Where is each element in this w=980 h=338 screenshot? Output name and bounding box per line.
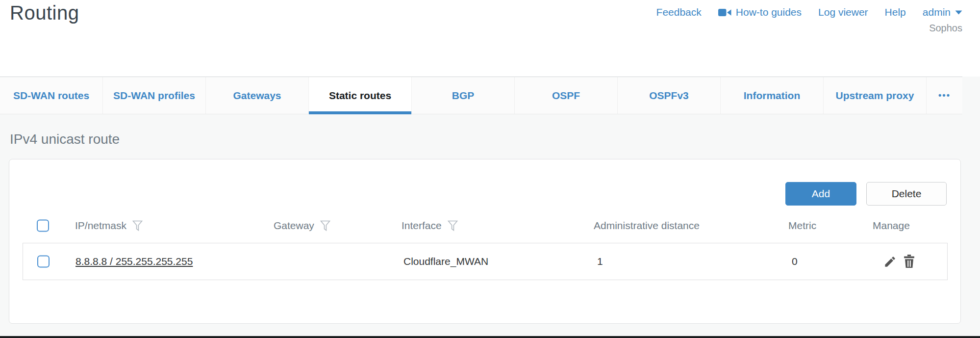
manage-actions <box>883 255 915 268</box>
add-button[interactable]: Add <box>785 182 856 206</box>
route-metric-value: 0 <box>792 256 798 267</box>
route-ip-netmask-link[interactable]: 8.8.8.8 / 255.255.255.255 <box>75 256 193 267</box>
trash-icon[interactable] <box>903 255 915 268</box>
more-tabs-button[interactable]: ••• <box>927 77 962 114</box>
table-header: IP/netmask Gateway Interface Administrat… <box>9 214 960 237</box>
tab-bgp[interactable]: BGP <box>412 77 515 114</box>
edit-pencil-icon[interactable] <box>883 255 897 268</box>
select-all-checkbox[interactable] <box>37 220 49 232</box>
tab-gateways[interactable]: Gateways <box>206 77 309 114</box>
log-viewer-link[interactable]: Log viewer <box>818 6 868 18</box>
tab-sdwan-profiles[interactable]: SD-WAN profiles <box>103 77 206 114</box>
tab-static-routes[interactable]: Static routes <box>309 77 412 114</box>
tab-ospf[interactable]: OSPF <box>515 77 618 114</box>
filter-funnel-icon[interactable] <box>132 220 143 232</box>
howto-guides-link[interactable]: How-to guides <box>718 6 802 18</box>
top-nav: Feedback How-to guides Log viewer Help a… <box>656 6 962 18</box>
filter-funnel-icon[interactable] <box>320 220 330 232</box>
column-header-metric: Metric <box>788 220 816 232</box>
filter-funnel-icon[interactable] <box>448 220 458 232</box>
column-header-gateway[interactable]: Gateway <box>274 220 330 232</box>
page-header: Routing Feedback How-to guides Log viewe… <box>0 0 980 77</box>
row-checkbox[interactable] <box>37 256 50 268</box>
tab-upstream-proxy[interactable]: Upstream proxy <box>824 77 927 114</box>
admin-menu[interactable]: admin <box>923 6 962 18</box>
feedback-link[interactable]: Feedback <box>656 6 702 18</box>
delete-button[interactable]: Delete <box>866 182 947 206</box>
column-header-interface[interactable]: Interface <box>402 220 458 232</box>
table-row: 8.8.8.8 / 255.255.255.255 Cloudflare_MWA… <box>23 243 948 280</box>
page-title: Routing <box>10 2 79 24</box>
column-header-admin-distance: Administrative distance <box>594 220 700 232</box>
video-camera-icon <box>718 8 731 17</box>
tab-ospfv3[interactable]: OSPFv3 <box>618 77 721 114</box>
window-bottom-edge <box>0 336 980 338</box>
tab-sdwan-routes[interactable]: SD-WAN routes <box>0 77 103 114</box>
help-link[interactable]: Help <box>885 6 906 18</box>
tab-information[interactable]: Information <box>721 77 824 114</box>
route-admin-distance-value: 1 <box>597 256 603 267</box>
section-title: IPv4 unicast route <box>10 131 120 147</box>
static-routes-card: Add Delete IP/netmask Gateway Interface <box>9 159 961 324</box>
brand-label: Sophos <box>929 23 962 34</box>
routing-page: Routing Feedback How-to guides Log viewe… <box>0 0 980 338</box>
routing-tabbar: SD-WAN routes SD-WAN profiles Gateways S… <box>0 77 962 114</box>
column-header-ip-netmask[interactable]: IP/netmask <box>75 220 143 232</box>
caret-down-icon <box>955 10 962 15</box>
route-interface-value: Cloudflare_MWAN <box>403 256 488 267</box>
column-header-manage: Manage <box>873 220 910 232</box>
